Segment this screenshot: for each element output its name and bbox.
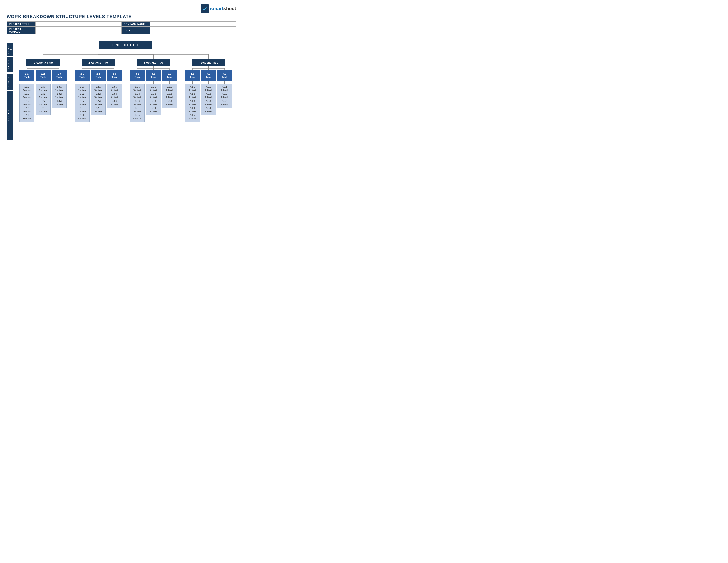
task-4-3-node: 4.3Task bbox=[217, 70, 232, 81]
subtask-2-3-box: 2.3.1Subtask2.3.2Subtask2.3.3Subtask bbox=[107, 84, 122, 108]
level1-label: LEVEL 1 bbox=[7, 43, 13, 56]
logo-smart: smart bbox=[210, 6, 223, 11]
project-title-node: PROJECT TITLE bbox=[99, 41, 152, 49]
logo-text: smartsheet bbox=[210, 6, 236, 11]
wbs-container: LEVEL 1 LEVEL 2 LEVEL 3 LEVEL 4 PROJECT … bbox=[7, 41, 236, 139]
company-name-label: COMPANY NAME bbox=[121, 22, 150, 27]
subtask-1-1-box: 1.1.1Subtask1.1.2Subtask1.1.3Subtask1.1.… bbox=[19, 84, 34, 122]
task-3-1-branch: 3.1Task 3.1.1Subtask3.1.2Subtask3.1.3Sub… bbox=[130, 70, 145, 122]
task-4-2-node: 4.2Task bbox=[201, 70, 216, 81]
task-1-2-node: 1.2Task bbox=[36, 70, 51, 81]
subtask-4-1-box: 4.1.1Subtask4.1.2Subtask4.1.3Subtask4.1.… bbox=[185, 84, 200, 122]
activity-3-branch: 3 Activity Title 3.1Task bbox=[126, 54, 181, 122]
task-4-1-branch: 4.1Task 4.1.1Subtask4.1.2Subtask4.1.3Sub… bbox=[185, 70, 200, 122]
activity-4-branch: 4 Activity Title 4.1Task bbox=[181, 54, 236, 122]
subtask-3-3-box: 3.3.1Subtask3.3.2Subtask3.3.3Subtask bbox=[162, 84, 177, 108]
act1-tasks-row: 1.1Task 1.1.1Subtask1.1.2Subtask1.1.3Sub… bbox=[19, 70, 67, 122]
act4-tasks-row: 4.1Task 4.1.1Subtask4.1.2Subtask4.1.3Sub… bbox=[185, 70, 232, 122]
task-3-1-node: 3.1Task bbox=[130, 70, 145, 81]
task-4-2-branch: 4.2Task 4.2.1Subtask4.2.2Subtask4.2.3Sub… bbox=[201, 70, 216, 115]
task-1-3-branch: 1.3Task 1.3.1Subtask1.3.2Subtask1.3.3Sub… bbox=[52, 70, 67, 108]
info-table: PROJECT TITLE COMPANY NAME PROJECT MANAG… bbox=[7, 21, 236, 34]
task-1-3-node: 1.3Task bbox=[52, 70, 67, 81]
activity-1-branch: 1 Activity Title bbox=[15, 54, 71, 122]
project-title-label: PROJECT TITLE bbox=[7, 22, 36, 27]
subtask-4-2-box: 4.2.1Subtask4.2.2Subtask4.2.3Subtask4.2.… bbox=[201, 84, 216, 115]
task-3-3-branch: 3.3Task 3.3.1Subtask3.3.2Subtask3.3.3Sub… bbox=[162, 70, 177, 108]
task-2-3-branch: 2.3Task 2.3.1Subtask2.3.2Subtask2.3.3Sub… bbox=[107, 70, 122, 108]
subtask-3-2-box: 3.2.1Subtask3.2.2Subtask3.2.3Subtask3.2.… bbox=[146, 84, 161, 115]
smartsheet-logo: smartsheet bbox=[201, 4, 236, 13]
project-manager-value[interactable] bbox=[36, 27, 122, 34]
level3-label: LEVEL 3 bbox=[7, 74, 13, 90]
level2-label: LEVEL 2 bbox=[7, 57, 13, 72]
task-1-1-node: 1.1Task bbox=[19, 70, 34, 81]
subtask-3-1-box: 3.1.1Subtask3.1.2Subtask3.1.3Subtask3.1.… bbox=[130, 84, 145, 122]
activity-1-node: 1 Activity Title bbox=[26, 59, 60, 66]
subtask-1-3-box: 1.3.1Subtask1.3.2Subtask1.3.3Subtask bbox=[52, 84, 67, 108]
project-manager-label: PROJECT MANAGER bbox=[7, 27, 36, 34]
level4-label: LEVEL 4 bbox=[7, 91, 13, 139]
task-2-1-branch: 2.1Task 2.1.1Subtask2.1.2Subtask2.1.3Sub… bbox=[75, 70, 90, 122]
l1-to-l2-connector bbox=[126, 49, 126, 54]
activity-2-node: 2 Activity Title bbox=[82, 59, 115, 66]
task-1-2-branch: 1.2Task 1.2.1Subtask1.2.2Subtask1.2.3Sub… bbox=[36, 70, 51, 115]
act2-tasks-row: 2.1Task 2.1.1Subtask2.1.2Subtask2.1.3Sub… bbox=[75, 70, 122, 122]
level-labels: LEVEL 1 LEVEL 2 LEVEL 3 LEVEL 4 bbox=[7, 43, 13, 139]
subtask-2-2-box: 2.2.1Subtask2.2.2Subtask2.2.3Subtask2.2.… bbox=[91, 84, 106, 115]
task-4-1-node: 4.1Task bbox=[185, 70, 200, 81]
task-3-3-node: 3.3Task bbox=[162, 70, 177, 81]
task-3-2-branch: 3.2Task 3.2.1Subtask3.2.2Subtask3.2.3Sub… bbox=[146, 70, 161, 115]
task-2-1-node: 2.1Task bbox=[75, 70, 90, 81]
task-2-2-branch: 2.2Task 2.2.1Subtask2.2.2Subtask2.2.3Sub… bbox=[91, 70, 106, 115]
logo-sheet: sheet bbox=[223, 6, 236, 11]
activity-3-node: 3 Activity Title bbox=[137, 59, 170, 66]
activity-2-branch: 2 Activity Title 2.1Task bbox=[71, 54, 126, 122]
task-2-3-node: 2.3Task bbox=[107, 70, 122, 81]
date-value[interactable] bbox=[150, 27, 236, 34]
level1-row: PROJECT TITLE bbox=[15, 41, 236, 49]
wbs-diagram: PROJECT TITLE 1 Activity Title bbox=[15, 41, 236, 122]
task-3-2-node: 3.2Task bbox=[146, 70, 161, 81]
l2-horizontal-bar: 1 Activity Title bbox=[15, 54, 236, 122]
act3-tasks-row: 3.1Task 3.1.1Subtask3.1.2Subtask3.1.3Sub… bbox=[130, 70, 177, 122]
task-4-3-branch: 4.3Task 4.3.1Subtask4.3.2Subtask4.3.3Sub… bbox=[217, 70, 232, 108]
page-title: WORK BREAKDOWN STRUCTURE LEVELS TEMPLATE bbox=[7, 14, 236, 19]
subtask-4-3-box: 4.3.1Subtask4.3.2Subtask4.3.3Subtask bbox=[217, 84, 232, 108]
activity-4-node: 4 Activity Title bbox=[192, 59, 225, 66]
subtask-1-2-box: 1.2.1Subtask1.2.2Subtask1.2.3Subtask1.2.… bbox=[36, 84, 51, 115]
task-2-2-node: 2.2Task bbox=[91, 70, 106, 81]
task-1-1-branch: 1.1Task 1.1.1Subtask1.1.2Subtask1.1.3Sub… bbox=[19, 70, 34, 122]
logo-area: smartsheet bbox=[7, 4, 236, 13]
subtask-2-1-box: 2.1.1Subtask2.1.2Subtask2.1.3Subtask2.1.… bbox=[75, 84, 90, 122]
logo-icon bbox=[201, 4, 209, 13]
date-label: DATE bbox=[121, 27, 150, 34]
project-title-value[interactable] bbox=[36, 22, 122, 27]
company-name-value[interactable] bbox=[150, 22, 236, 27]
